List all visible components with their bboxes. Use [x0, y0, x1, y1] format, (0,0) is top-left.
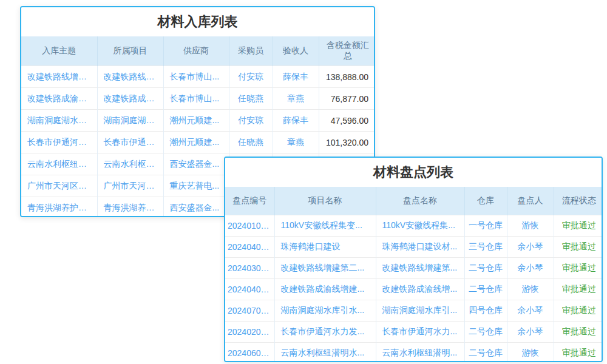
column-header: 盘点名称 [376, 187, 464, 215]
table-cell: 余小琴 [507, 321, 554, 342]
table-cell: 任晓燕 [229, 132, 273, 153]
table-cell[interactable]: 西安盛器金... [163, 153, 229, 175]
table-cell[interactable]: 珠海鹤港口建设 [274, 236, 376, 257]
table-cell[interactable]: 2024010008 [225, 215, 274, 236]
column-header: 验收人 [273, 36, 319, 66]
stocktake-table-title: 材料盘点列表 [225, 158, 602, 187]
table-cell: 付安琼 [229, 110, 273, 132]
table-cell: 余小琴 [507, 236, 554, 257]
table-cell: 章燕 [273, 132, 319, 153]
table-cell[interactable]: 珠海鹤港口建设材... [376, 236, 464, 257]
table-cell[interactable]: 110kV安徽线程集变... [274, 215, 376, 236]
column-header: 采购员 [229, 36, 273, 66]
table-cell[interactable]: 改建铁路成渝... [97, 88, 163, 110]
table-cell[interactable]: 改建铁路成渝线增建... [274, 278, 376, 300]
column-header: 流程状态 [554, 187, 603, 215]
table-cell[interactable]: 青海洪湖养护... [97, 197, 163, 218]
table-cell[interactable]: 2024030004 [225, 257, 274, 278]
table-cell[interactable]: 改建铁路线增... [97, 66, 163, 88]
table-cell: 三号仓库 [464, 236, 507, 257]
table-cell: 一号仓库 [464, 215, 507, 236]
table-cell: 章燕 [273, 88, 319, 110]
table-cell[interactable]: 审批通过 [554, 321, 603, 342]
table-cell[interactable]: 长春市伊通河水力... [376, 321, 464, 342]
table-row[interactable]: 湖南洞庭湖水库...湖南洞庭湖水...潮州元顺建...付安琼薛保丰47,596.… [21, 110, 375, 132]
table-cell[interactable]: 湖南洞庭湖水库... [21, 110, 97, 132]
table-cell: 76,877.00 [319, 88, 375, 110]
table-cell: 余小琴 [507, 300, 554, 321]
column-header: 含税金额汇总 [319, 36, 375, 66]
table-cell[interactable]: 审批通过 [554, 215, 603, 236]
column-header: 入库主题 [21, 36, 97, 66]
table-cell[interactable]: 审批通过 [554, 257, 603, 278]
table-row[interactable]: 2024030004改建铁路线增建第二...改建铁路线增建第...二号仓库余小琴… [225, 257, 603, 278]
table-cell[interactable]: 改建铁路成渝线... [21, 88, 97, 110]
table-row[interactable]: 2024020005长春市伊通河水力发...长春市伊通河水力...二号仓库余小琴… [225, 321, 603, 342]
table-row[interactable]: 2024040001改建铁路成渝线增建...改建铁路成渝线增...二号仓库游恢审… [225, 278, 603, 300]
table-cell[interactable]: 湖南洞庭湖水库引水... [274, 300, 376, 321]
table-cell[interactable]: 改建铁路线增建第... [376, 257, 464, 278]
table-row[interactable]: 2024040003珠海鹤港口建设珠海鹤港口建设材...三号仓库余小琴审批通过 [225, 236, 603, 257]
table-cell[interactable]: 2024070001 [225, 300, 274, 321]
table-row[interactable]: 2024070001湖南洞庭湖水库引水...湖南洞庭湖水库引...四号仓库余小琴… [225, 300, 603, 321]
table-cell[interactable]: 云南水利枢纽潜明... [376, 342, 464, 362]
table-cell[interactable]: 潮州元顺建... [163, 132, 229, 153]
table-cell[interactable]: 改建铁路成渝线增... [376, 278, 464, 300]
table-cell[interactable]: 长春市博山... [163, 88, 229, 110]
column-header: 项目名称 [274, 187, 376, 215]
table-cell: 游恢 [507, 342, 554, 362]
inbound-table-title: 材料入库列表 [21, 7, 374, 36]
table-cell[interactable]: 长春市博山... [163, 66, 229, 88]
table-cell[interactable]: 湖南洞庭湖水库引... [376, 300, 464, 321]
table-cell: 游恢 [507, 278, 554, 300]
table-cell: 付安琼 [229, 66, 273, 88]
column-header: 仓库 [464, 187, 507, 215]
table-cell: 薛保丰 [273, 66, 319, 88]
table-cell[interactable]: 审批通过 [554, 342, 603, 362]
table-cell: 余小琴 [507, 257, 554, 278]
table-cell[interactable]: 长春市伊通河水... [21, 132, 97, 153]
column-header: 盘点人 [507, 187, 554, 215]
table-cell[interactable]: 110kV安徽线程集... [376, 215, 464, 236]
column-header: 盘点编号 [225, 187, 274, 215]
table-cell[interactable]: 广州市天河区统... [21, 175, 97, 197]
table-cell[interactable]: 改建铁路线增建... [21, 66, 97, 88]
table-row[interactable]: 2024010008110kV安徽线程集变...110kV安徽线程集...一号仓… [225, 215, 603, 236]
table-cell[interactable]: 云南水利枢纽潜... [21, 153, 97, 175]
table-cell: 二号仓库 [464, 257, 507, 278]
table-cell: 二号仓库 [464, 342, 507, 362]
column-header: 供应商 [163, 36, 229, 66]
table-cell[interactable]: 2024060001 [225, 342, 274, 362]
table-row[interactable]: 改建铁路成渝线...改建铁路成渝...长春市博山...任晓燕章燕76,877.0… [21, 88, 375, 110]
inbound-header-row: 入库主题所属项目供应商采购员验收人含税金额汇总 [21, 36, 375, 66]
table-cell[interactable]: 审批通过 [554, 278, 603, 300]
stocktake-table: 盘点编号项目名称盘点名称仓库盘点人流程状态 2024010008110kV安徽线… [225, 187, 603, 362]
column-header: 所属项目 [97, 36, 163, 66]
stocktake-header-row: 盘点编号项目名称盘点名称仓库盘点人流程状态 [225, 187, 603, 215]
table-cell[interactable]: 云南水利枢纽... [97, 153, 163, 175]
table-cell[interactable]: 2024020005 [225, 321, 274, 342]
table-cell[interactable]: 2024040003 [225, 236, 274, 257]
table-cell[interactable]: 云南水利枢纽潜明水... [274, 342, 376, 362]
table-cell[interactable]: 审批通过 [554, 300, 603, 321]
table-cell[interactable]: 青海洪湖养护院... [21, 197, 97, 218]
table-cell: 101,320.00 [319, 132, 375, 153]
table-cell: 二号仓库 [464, 278, 507, 300]
table-cell: 47,596.00 [319, 110, 375, 132]
table-cell[interactable]: 2024040001 [225, 278, 274, 300]
table-cell: 二号仓库 [464, 321, 507, 342]
table-cell[interactable]: 湖南洞庭湖水... [97, 110, 163, 132]
table-cell[interactable]: 广州市天河区... [97, 175, 163, 197]
table-cell[interactable]: 西安盛器金... [163, 197, 229, 218]
table-row[interactable]: 2024060001云南水利枢纽潜明水...云南水利枢纽潜明...二号仓库游恢审… [225, 342, 603, 362]
table-row[interactable]: 改建铁路线增建...改建铁路线增...长春市博山...付安琼薛保丰138,888… [21, 66, 375, 88]
table-cell[interactable]: 潮州元顺建... [163, 110, 229, 132]
table-cell[interactable]: 重庆艺普电... [163, 175, 229, 197]
table-row[interactable]: 长春市伊通河水...长春市伊通河...潮州元顺建...任晓燕章燕101,320.… [21, 132, 375, 153]
table-cell: 任晓燕 [229, 88, 273, 110]
table-cell[interactable]: 长春市伊通河水力发... [274, 321, 376, 342]
table-cell: 游恢 [507, 215, 554, 236]
table-cell[interactable]: 长春市伊通河... [97, 132, 163, 153]
table-cell[interactable]: 审批通过 [554, 236, 603, 257]
table-cell[interactable]: 改建铁路线增建第二... [274, 257, 376, 278]
